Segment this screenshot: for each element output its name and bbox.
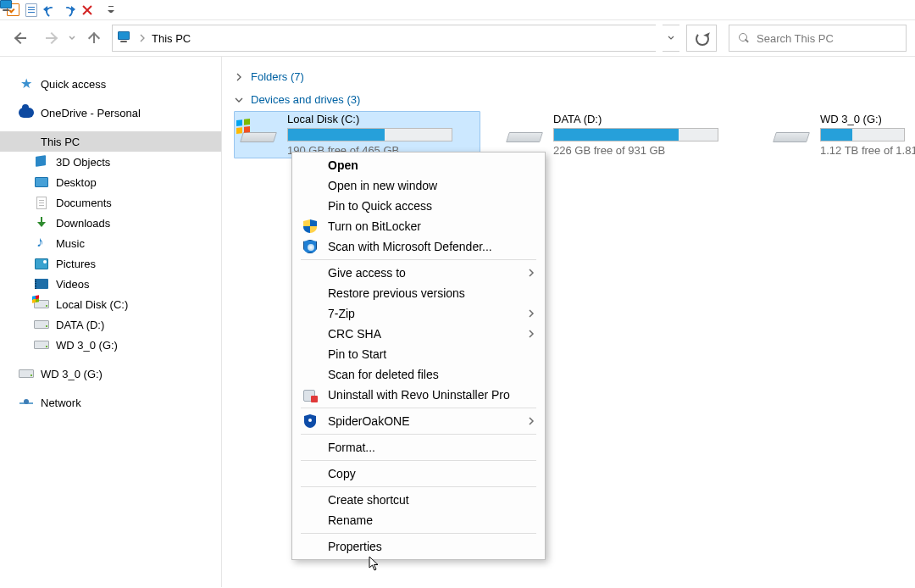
- address-bar-row: This PC Search This PC: [0, 20, 915, 56]
- drive-icon: [34, 338, 49, 352]
- drive-name: Local Disk (C:): [287, 113, 476, 125]
- onedrive-icon: [19, 106, 34, 119]
- sidebar-item-documents[interactable]: Documents: [0, 192, 221, 213]
- drive-card-g[interactable]: WD 3_0 (G:) 1.12 TB free of 1.81 TB: [768, 111, 903, 158]
- sidebar-label: Pictures: [56, 258, 96, 270]
- menu-item-create-shortcut[interactable]: Create shortcut: [292, 490, 545, 510]
- drive-free-text: 226 GB free of 931 GB: [553, 144, 744, 157]
- menu-item-7zip[interactable]: 7-Zip: [292, 303, 545, 324]
- group-label: Devices and drives (3): [251, 93, 360, 106]
- videos-icon: [34, 277, 49, 291]
- menu-item-copy[interactable]: Copy: [292, 463, 545, 484]
- this-pc-icon: [118, 31, 133, 45]
- sidebar-item-network[interactable]: Network: [0, 392, 221, 413]
- star-icon: ★: [19, 77, 34, 91]
- drive-icon: [34, 297, 49, 311]
- search-icon: [736, 31, 750, 45]
- sidebar-item-quick-access[interactable]: ★ Quick access: [0, 74, 221, 94]
- sidebar-label: Music: [56, 237, 85, 250]
- breadcrumb-chevron-icon[interactable]: [138, 32, 147, 44]
- drive-icon: [504, 115, 543, 154]
- sidebar-item-3d-objects[interactable]: 3D Objects: [0, 152, 221, 172]
- storage-bar: [820, 128, 905, 141]
- sidebar-item-music[interactable]: ♪ Music: [0, 233, 221, 253]
- sidebar-label: WD 3_0 (G:): [56, 339, 118, 352]
- menu-item-rename[interactable]: Rename: [292, 510, 545, 530]
- this-pc-icon: [19, 135, 34, 148]
- chevron-right-icon: [234, 72, 244, 82]
- sidebar-item-downloads[interactable]: Downloads: [0, 213, 221, 233]
- sidebar-item-desktop[interactable]: Desktop: [0, 172, 221, 192]
- breadcrumb-location[interactable]: This PC: [152, 32, 191, 45]
- sidebar-label: Network: [41, 397, 81, 409]
- drive-name: WD 3_0 (G:): [820, 113, 900, 125]
- menu-item-open[interactable]: Open: [292, 155, 545, 175]
- revo-icon: [302, 387, 318, 402]
- chevron-right-icon: [528, 268, 535, 278]
- sidebar-item-local-disk-c[interactable]: Local Disk (C:): [0, 294, 221, 314]
- qat-redo-icon[interactable]: [59, 1, 78, 19]
- group-header-folders[interactable]: Folders (7): [234, 67, 903, 86]
- sidebar-label: This PC: [41, 136, 80, 148]
- pictures-icon: [34, 257, 49, 270]
- drive-name: DATA (D:): [553, 113, 744, 125]
- storage-bar: [287, 128, 452, 141]
- sidebar-item-videos[interactable]: Videos: [0, 274, 221, 294]
- refresh-button[interactable]: [686, 25, 717, 52]
- chevron-right-icon: [528, 329, 535, 339]
- qat-properties-icon[interactable]: [22, 1, 41, 19]
- menu-item-give-access[interactable]: Give access to: [292, 263, 545, 283]
- menu-item-restore-versions[interactable]: Restore previous versions: [292, 283, 545, 303]
- qat-customize-dropdown[interactable]: [102, 1, 120, 19]
- sidebar-label: Videos: [56, 278, 90, 291]
- storage-bar: [553, 128, 718, 141]
- sidebar-item-wd-g[interactable]: WD 3_0 (G:): [0, 335, 221, 355]
- group-label: Folders (7): [251, 70, 304, 83]
- menu-item-bitlocker[interactable]: Turn on BitLocker: [292, 216, 545, 236]
- menu-item-format[interactable]: Format...: [292, 437, 545, 458]
- qat-delete-icon[interactable]: [78, 1, 97, 19]
- search-box[interactable]: Search This PC: [729, 25, 907, 52]
- address-bar[interactable]: This PC: [112, 25, 656, 52]
- group-header-drives[interactable]: Devices and drives (3): [234, 90, 903, 109]
- back-button[interactable]: [8, 25, 34, 51]
- menu-item-open-new-window[interactable]: Open in new window: [292, 175, 545, 196]
- menu-item-revo[interactable]: Uninstall with Revo Uninstaller Pro: [292, 385, 545, 405]
- drive-icon: [238, 115, 277, 154]
- address-bar-history-chevron[interactable]: [663, 25, 679, 52]
- sidebar-label: Local Disk (C:): [56, 298, 128, 311]
- up-button[interactable]: [83, 25, 105, 51]
- drive-icon: [34, 318, 49, 331]
- spideroak-icon: [302, 413, 318, 429]
- sidebar-label: DATA (D:): [56, 319, 104, 331]
- sidebar-item-data-d[interactable]: DATA (D:): [0, 314, 221, 335]
- qat-undo-icon[interactable]: [41, 1, 59, 19]
- downloads-icon: [34, 216, 49, 230]
- sidebar-label: WD 3_0 (G:): [41, 368, 103, 380]
- quick-access-toolbar: [0, 0, 915, 20]
- sidebar-item-this-pc[interactable]: This PC: [0, 131, 221, 152]
- sidebar-item-pictures[interactable]: Pictures: [0, 253, 221, 274]
- sidebar-item-wd-detached[interactable]: WD 3_0 (G:): [0, 363, 221, 384]
- menu-item-pin-quick-access[interactable]: Pin to Quick access: [292, 196, 545, 216]
- navigation-pane: ★ Quick access OneDrive - Personal This …: [0, 57, 222, 587]
- menu-item-properties[interactable]: Properties: [292, 536, 545, 557]
- documents-icon: [34, 196, 49, 209]
- sidebar-label: Quick access: [41, 78, 106, 91]
- drive-icon: [19, 367, 34, 380]
- chevron-down-icon: [234, 95, 244, 105]
- drive-icon: [771, 115, 810, 154]
- search-placeholder: Search This PC: [757, 32, 834, 45]
- forward-button[interactable]: [41, 25, 61, 51]
- menu-item-crc-sha[interactable]: CRC SHA: [292, 324, 545, 344]
- desktop-icon: [34, 175, 49, 189]
- sidebar-item-onedrive[interactable]: OneDrive - Personal: [0, 103, 221, 123]
- menu-item-scan-deleted[interactable]: Scan for deleted files: [292, 364, 545, 385]
- sidebar-label: OneDrive - Personal: [41, 107, 141, 119]
- menu-item-spideroak[interactable]: SpiderOakONE: [292, 411, 545, 431]
- menu-item-pin-start[interactable]: Pin to Start: [292, 344, 545, 364]
- sidebar-label: Downloads: [56, 217, 110, 230]
- menu-item-defender[interactable]: Scan with Microsoft Defender...: [292, 236, 545, 257]
- recent-locations-dropdown[interactable]: [68, 31, 76, 45]
- music-icon: ♪: [34, 236, 49, 250]
